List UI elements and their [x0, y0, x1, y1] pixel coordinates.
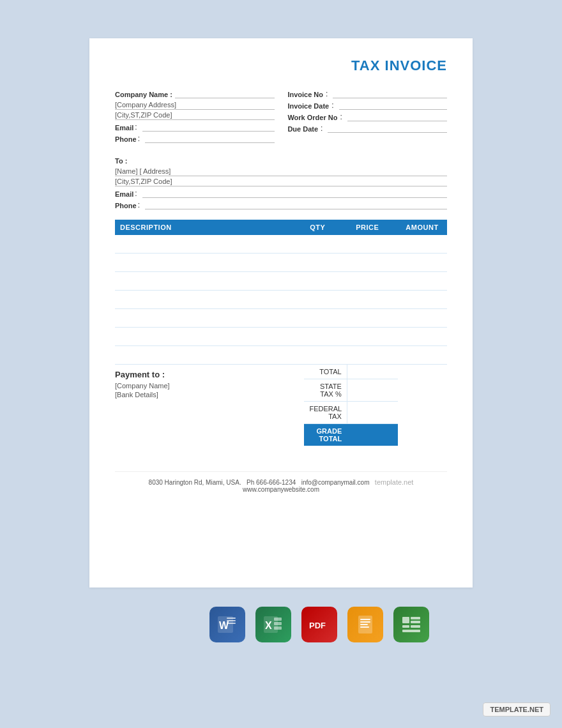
svg-rect-14: [360, 624, 368, 625]
federal-tax-value: [347, 402, 398, 424]
invoice-table: DESCRIPTION QTY PRICE AMOUNT: [115, 220, 447, 365]
row2-price: [337, 254, 397, 272]
total-row: TOTAL: [304, 365, 398, 379]
to-email-label: Email: [115, 190, 133, 198]
to-email-colon: :: [135, 189, 137, 198]
total-label: TOTAL: [304, 365, 347, 379]
to-phone-value: [145, 201, 447, 209]
grand-total-value: [347, 424, 398, 446]
row7-desc: [115, 346, 298, 365]
svg-rect-18: [411, 621, 420, 623]
info-section: Company Name : [Company Address] [City,S…: [115, 89, 447, 146]
from-phone-colon: :: [138, 134, 140, 143]
table-header: DESCRIPTION QTY PRICE AMOUNT: [115, 220, 447, 235]
app-icon-word[interactable]: W: [209, 607, 245, 642]
row6-desc: [115, 328, 298, 346]
footer-email: info@companymail.com: [301, 479, 370, 486]
bottom-section: Payment to : [Company Name] [Bank Detail…: [115, 365, 447, 446]
due-date-row: Due Date :: [287, 124, 447, 133]
footer-address: 8030 Harington Rd, Miami, USA.: [149, 479, 241, 486]
state-tax-value: [347, 379, 398, 402]
numbers-icon-svg: [399, 612, 423, 637]
work-order-colon: :: [340, 112, 342, 121]
app-icon-pages[interactable]: [347, 607, 383, 642]
table-row: [115, 346, 447, 365]
app-icon-excel[interactable]: X: [255, 607, 291, 642]
work-order-row: Work Order No :: [287, 112, 447, 121]
work-order-label: Work Order No: [287, 114, 337, 121]
table-row: [115, 254, 447, 272]
to-email-row: Email :: [115, 189, 447, 198]
company-name-label: Company Name :: [115, 91, 172, 98]
footer-watermark: template.net: [375, 478, 414, 486]
row2-desc: [115, 254, 298, 272]
template-badge: TEMPLATE.NET: [483, 702, 551, 717]
col-price: PRICE: [337, 220, 397, 235]
company-name-row: Company Name :: [115, 89, 275, 98]
app-icon-pdf[interactable]: PDF: [301, 607, 337, 642]
from-section: Company Name : [Company Address] [City,S…: [115, 89, 275, 146]
svg-rect-7: [274, 618, 282, 621]
row3-amount: [397, 272, 447, 291]
app-icons-row: W X PDF: [133, 607, 429, 642]
invoice-date-label: Invoice Date: [287, 102, 329, 110]
svg-text:X: X: [265, 620, 272, 631]
table-row: [115, 291, 447, 309]
page-wrapper: TAX INVOICE Company Name : [Company Addr…: [0, 0, 562, 655]
payment-bank: [Bank Details]: [115, 391, 298, 398]
company-city-zip: [City,ST,ZIP Code]: [115, 111, 275, 120]
row5-price: [337, 309, 397, 328]
svg-rect-8: [274, 622, 282, 625]
meta-section: Invoice No : Invoice Date : Work Order N…: [287, 89, 447, 146]
row2-amount: [397, 254, 447, 272]
invoice-no-label: Invoice No: [287, 91, 323, 98]
svg-rect-4: [227, 623, 236, 624]
svg-rect-12: [360, 619, 370, 620]
row7-price: [337, 346, 397, 365]
row4-desc: [115, 291, 298, 309]
row6-qty: [298, 328, 337, 346]
row1-price: [337, 235, 397, 254]
row1-qty: [298, 235, 337, 254]
app-icon-numbers[interactable]: [393, 607, 429, 642]
address-block: [Company Address] [City,ST,ZIP Code]: [115, 101, 275, 120]
row7-amount: [397, 346, 447, 365]
payment-company: [Company Name]: [115, 382, 298, 390]
pages-icon-svg: [353, 612, 377, 637]
row5-qty: [298, 309, 337, 328]
svg-rect-15: [360, 626, 369, 628]
from-email-value: [142, 123, 275, 132]
federal-tax-label: FEDERAL TAX: [304, 402, 347, 424]
company-name-value: [175, 89, 275, 98]
row5-amount: [397, 309, 447, 328]
svg-text:PDF: PDF: [309, 621, 326, 630]
invoice-card: TAX INVOICE Company Name : [Company Addr…: [89, 38, 473, 588]
federal-tax-row: FEDERAL TAX: [304, 402, 398, 424]
from-email-row: Email :: [115, 123, 275, 132]
svg-rect-3: [227, 620, 236, 621]
row3-desc: [115, 272, 298, 291]
from-email-label: Email: [115, 124, 133, 132]
to-phone-row: Phone :: [115, 201, 447, 209]
col-description: DESCRIPTION: [115, 220, 298, 235]
svg-rect-21: [402, 630, 420, 632]
to-label: To :: [115, 157, 447, 165]
to-phone-colon: :: [138, 201, 140, 209]
col-amount: AMOUNT: [397, 220, 447, 235]
payment-title: Payment to :: [115, 370, 298, 379]
from-phone-value: [145, 134, 275, 143]
row3-qty: [298, 272, 337, 291]
invoice-title: TAX INVOICE: [115, 57, 447, 74]
table-row: [115, 309, 447, 328]
from-phone-label: Phone: [115, 135, 137, 143]
row4-price: [337, 291, 397, 309]
due-date-label: Due Date: [287, 125, 318, 133]
table-row: [115, 235, 447, 254]
row6-price: [337, 328, 397, 346]
col-qty: QTY: [298, 220, 337, 235]
excel-icon-svg: X: [261, 612, 285, 637]
svg-rect-2: [227, 618, 236, 619]
due-date-colon: :: [321, 124, 323, 133]
svg-rect-17: [411, 617, 420, 619]
from-email-colon: :: [135, 123, 137, 132]
